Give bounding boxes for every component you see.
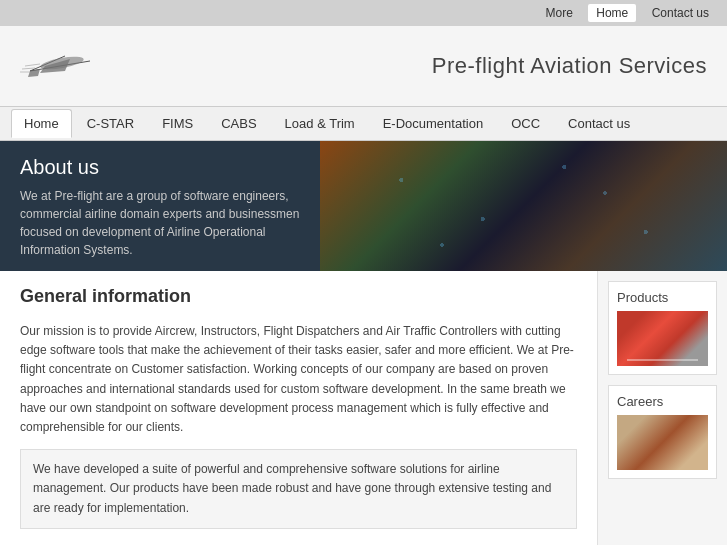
site-title: Pre-flight Aviation Services (432, 53, 707, 79)
nav-loadtrim[interactable]: Load & Trim (272, 109, 368, 138)
plane-icon (20, 41, 100, 91)
main-nav: Home C-STAR FIMS CABS Load & Trim E-Docu… (0, 106, 727, 141)
highlight-text: We have developed a suite of powerful an… (33, 462, 551, 514)
nav-home[interactable]: Home (11, 109, 72, 138)
svg-line-5 (25, 64, 40, 66)
topbar-home-link[interactable]: Home (588, 4, 636, 22)
nav-occ[interactable]: OCC (498, 109, 553, 138)
sidebar-products-label: Products (617, 290, 708, 305)
general-info-paragraph: Our mission is to provide Aircrew, Instr… (20, 322, 577, 437)
sidebar: Products Careers (597, 271, 727, 545)
hero-title: About us (20, 156, 300, 179)
nav-contact[interactable]: Contact us (555, 109, 643, 138)
nav-cstar[interactable]: C-STAR (74, 109, 147, 138)
sidebar-careers-card: Careers (608, 385, 717, 479)
highlight-box: We have developed a suite of powerful an… (20, 449, 577, 529)
topbar-more-link[interactable]: More (538, 4, 581, 22)
hero-description: We at Pre-flight are a group of software… (20, 187, 300, 259)
nav-fims[interactable]: FIMS (149, 109, 206, 138)
svg-line-6 (22, 68, 35, 69)
header: Pre-flight Aviation Services (0, 26, 727, 106)
hero-text-area: About us We at Pre-flight are a group of… (0, 141, 320, 271)
hero-image (320, 141, 727, 271)
hero-banner: About us We at Pre-flight are a group of… (0, 141, 727, 271)
main-content: General information Our mission is to pr… (0, 271, 597, 545)
topbar-contact-link[interactable]: Contact us (644, 4, 717, 22)
content-area: General information Our mission is to pr… (0, 271, 727, 545)
sidebar-careers-label: Careers (617, 394, 708, 409)
sidebar-careers-image (617, 415, 708, 470)
nav-cabs[interactable]: CABS (208, 109, 269, 138)
general-info-title: General information (20, 286, 577, 312)
hands-graphic (617, 415, 708, 470)
sidebar-products-image (617, 311, 708, 366)
top-bar: More Home Contact us (0, 0, 727, 26)
nav-edoc[interactable]: E-Documentation (370, 109, 496, 138)
sidebar-products-card: Products (608, 281, 717, 375)
swiss-knife-graphic (617, 311, 708, 366)
hero-image-bg (320, 141, 727, 271)
logo-area (20, 41, 100, 91)
